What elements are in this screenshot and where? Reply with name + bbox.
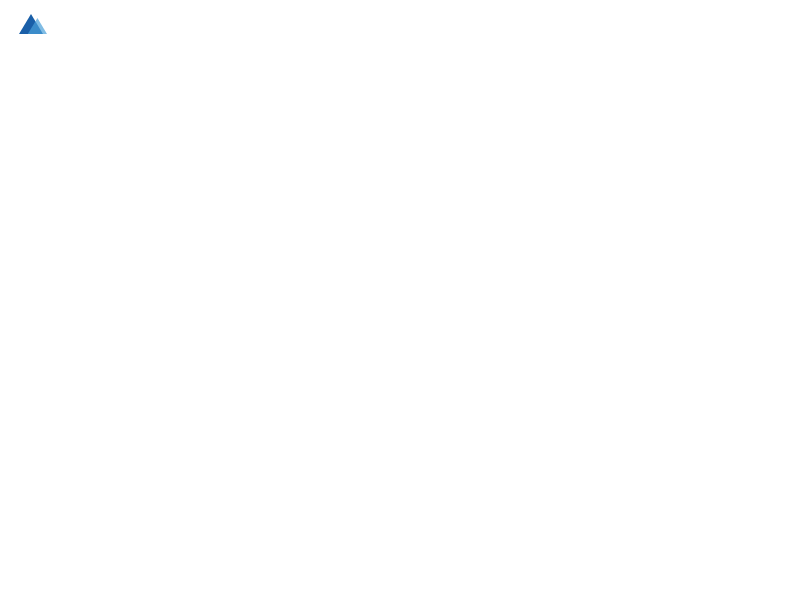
page	[0, 0, 792, 612]
header	[15, 10, 777, 42]
logo	[15, 10, 51, 42]
logo-icon	[15, 10, 47, 42]
